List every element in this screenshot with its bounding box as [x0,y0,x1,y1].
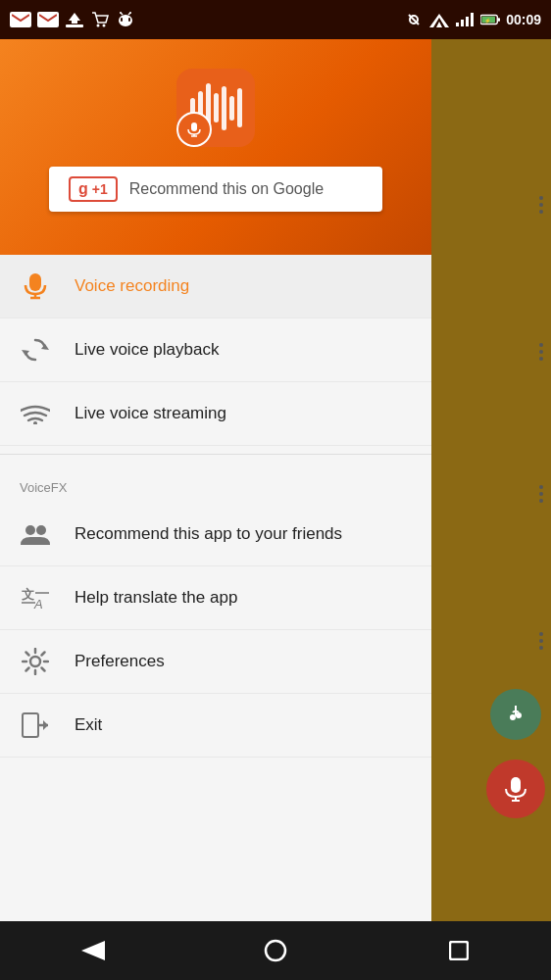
menu-item-live-voice-playback[interactable]: Live voice playback [0,318,431,382]
svg-point-11 [120,12,122,14]
drawer-menu: Voice recording Live voice playback [0,255,431,921]
svg-rect-2 [66,24,83,27]
people-icon [20,518,51,550]
live-voice-streaming-label: Live voice streaming [75,404,226,423]
svg-marker-57 [43,720,48,730]
menu-divider [0,454,431,455]
svg-rect-8 [128,18,130,22]
svg-rect-28 [511,777,521,793]
menu-item-voice-recording[interactable]: Voice recording [0,255,431,318]
signal-icon [429,10,449,29]
menu-item-translate[interactable]: 文 A Help translate the app [0,566,431,630]
svg-rect-31 [191,122,197,131]
svg-line-51 [26,653,29,656]
svg-marker-58 [81,941,105,960]
google-plus-button[interactable]: g +1 Recommend this on Google [49,167,382,212]
svg-rect-34 [29,273,41,291]
voicefx-section-label: VoiceFX [0,463,431,503]
settings-icon [20,646,51,677]
menu-item-live-voice-streaming[interactable]: Live voice streaming [0,382,431,446]
live-voice-playback-label: Live voice playback [75,340,219,360]
wifi-icon [20,398,51,429]
svg-line-53 [42,653,45,656]
svg-rect-21 [471,13,474,26]
svg-rect-55 [23,713,38,737]
svg-point-27 [516,712,522,718]
svg-marker-3 [69,13,80,24]
svg-line-52 [42,668,45,671]
svg-point-12 [129,12,131,14]
svg-point-4 [97,24,100,27]
mute-icon [404,10,424,29]
svg-point-26 [510,714,516,720]
status-icons-right: ⚡ 00:09 [404,10,541,29]
android-icon [116,10,135,29]
battery-icon: ⚡ [480,10,500,29]
translate-label: Help translate the app [75,588,237,608]
mic-overlay-icon [176,112,212,147]
svg-point-41 [36,525,46,535]
svg-rect-7 [121,18,123,22]
svg-rect-60 [450,942,468,959]
google-plus-icon: g [78,180,88,198]
fab-music-button[interactable] [490,689,541,740]
svg-point-59 [266,941,285,960]
google-plus-badge: g +1 [69,176,118,202]
bg-dots-3 [539,485,543,503]
exit-icon [20,710,51,741]
recents-button[interactable] [439,931,478,970]
time-display: 00:09 [506,12,541,27]
bg-dots-4 [539,632,543,650]
svg-rect-18 [456,23,459,26]
status-icons-left [10,10,135,29]
svg-point-39 [33,421,37,424]
voice-recording-label: Voice recording [75,276,189,296]
translate-icon: 文 A [20,582,51,613]
gmail-icon-1 [10,12,31,27]
svg-text:A: A [33,597,43,611]
svg-rect-20 [466,17,469,26]
gmail-icon-2 [37,12,59,27]
cart-icon [90,10,110,29]
menu-item-preferences[interactable]: Preferences [0,630,431,694]
mic-icon [20,270,51,302]
refresh-icon [20,334,51,366]
bg-dots-2 [539,343,543,361]
svg-point-46 [30,657,40,666]
svg-line-54 [26,668,29,671]
preferences-label: Preferences [75,652,165,671]
fab-mic-button[interactable] [486,760,545,818]
navigation-drawer: g +1 Recommend this on Google Voice reco… [0,39,431,921]
download-icon [65,10,84,29]
svg-marker-37 [41,344,49,350]
drawer-header: g +1 Recommend this on Google [0,39,431,255]
svg-rect-19 [461,20,464,26]
home-button[interactable] [256,931,295,970]
exit-label: Exit [75,715,102,735]
svg-rect-23 [498,18,500,22]
app-logo [176,69,255,147]
recommend-label: Recommend this app to your friends [75,524,342,544]
svg-marker-38 [22,350,29,356]
cell-signal-icon [455,10,475,29]
svg-point-5 [103,24,106,27]
menu-item-recommend[interactable]: Recommend this app to your friends [0,503,431,566]
back-button[interactable] [73,931,112,970]
svg-text:文: 文 [22,587,34,602]
menu-item-exit[interactable]: Exit [0,694,431,758]
bg-dots-1 [539,196,543,214]
google-plus-count: +1 [92,181,108,197]
svg-text:⚡: ⚡ [484,17,491,24]
navigation-bar [0,921,551,980]
svg-point-40 [25,525,35,535]
google-plus-label: Recommend this on Google [129,180,324,198]
status-bar: ⚡ 00:09 [0,0,551,39]
